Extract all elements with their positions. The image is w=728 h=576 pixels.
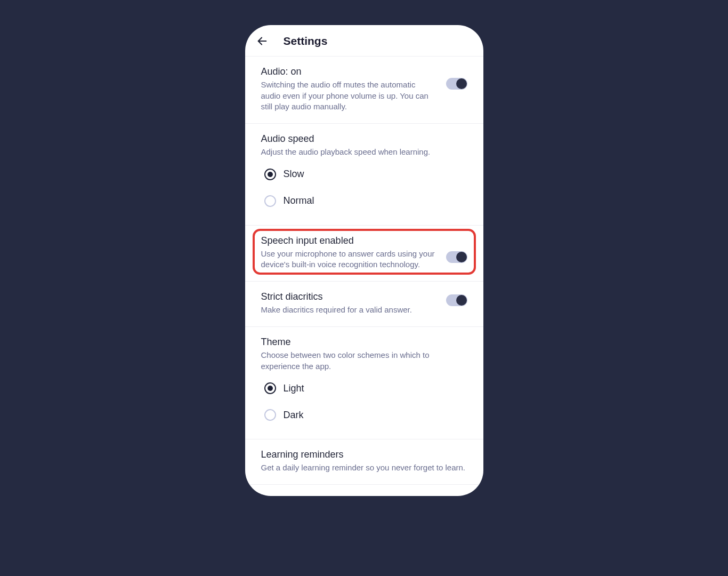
toggle-knob — [456, 252, 467, 262]
setting-theme: Theme Choose between two color schemes i… — [245, 327, 483, 439]
setting-theme-title: Theme — [261, 337, 467, 348]
setting-audio-title: Audio: on — [261, 66, 436, 77]
setting-reminders[interactable]: Learning reminders Get a daily learning … — [245, 439, 483, 485]
radio-normal[interactable]: Normal — [261, 188, 467, 214]
radio-icon — [264, 169, 276, 180]
setting-speech-title: Speech input enabled — [261, 235, 436, 246]
speech-toggle[interactable] — [446, 251, 467, 263]
radio-dark-label: Dark — [284, 410, 304, 421]
toggle-knob — [456, 78, 467, 89]
back-button[interactable] — [256, 35, 269, 47]
radio-slow-label: Slow — [284, 169, 304, 180]
audio-toggle[interactable] — [446, 78, 467, 90]
radio-icon — [264, 409, 276, 421]
setting-audio: Audio: on Switching the audio off mutes … — [245, 57, 483, 124]
settings-list: Audio: on Switching the audio off mutes … — [245, 57, 483, 494]
setting-reminders-title: Learning reminders — [261, 449, 467, 460]
diacritics-toggle[interactable] — [446, 294, 467, 306]
setting-diacritics-desc: Make diacritics required for a valid ans… — [261, 305, 436, 316]
app-header: Settings — [245, 25, 483, 57]
phone-frame: Settings Audio: on Switching the audio o… — [245, 25, 483, 496]
setting-diacritics-title: Strict diacritics — [261, 291, 436, 302]
arrow-left-icon — [256, 35, 268, 47]
radio-light-label: Light — [284, 383, 304, 394]
radio-normal-label: Normal — [284, 195, 314, 206]
setting-reminders-desc: Get a daily learning reminder so you nev… — [261, 462, 467, 474]
setting-speech-input: Speech input enabled Use your microphone… — [245, 226, 483, 282]
setting-audio-speed-title: Audio speed — [261, 133, 467, 145]
theme-radio-group: Light Dark — [261, 382, 467, 428]
setting-diacritics: Strict diacritics Make diacritics requir… — [245, 282, 483, 327]
radio-dark[interactable]: Dark — [261, 402, 467, 428]
radio-light[interactable]: Light — [261, 382, 467, 402]
page-title: Settings — [284, 35, 328, 47]
radio-slow[interactable]: Slow — [261, 169, 467, 188]
radio-icon — [264, 382, 276, 394]
setting-auto-advance: Auto-advance cards Submit an answer and … — [245, 485, 483, 494]
setting-speech-desc: Use your microphone to answer cards usin… — [261, 249, 436, 270]
setting-audio-speed: Audio speed Adjust the audio playback sp… — [245, 124, 483, 226]
toggle-knob — [456, 295, 467, 306]
audio-speed-radio-group: Slow Normal — [261, 169, 467, 214]
setting-audio-desc: Switching the audio off mutes the automa… — [261, 79, 436, 113]
setting-theme-desc: Choose between two color schemes in whic… — [261, 350, 467, 372]
setting-audio-speed-desc: Adjust the audio playback speed when lea… — [261, 147, 467, 158]
radio-icon — [264, 195, 276, 207]
